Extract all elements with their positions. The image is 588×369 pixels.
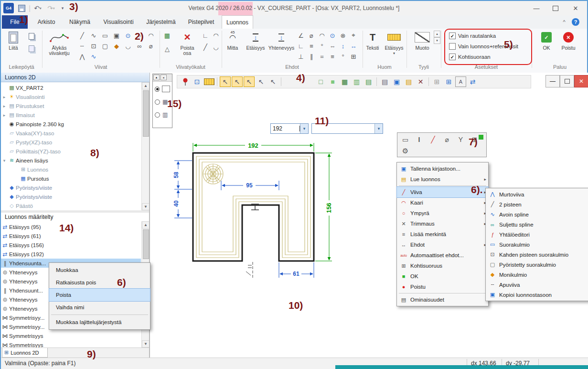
doc-close-icon[interactable]: ✕ [574,75,588,87]
menu-item-kaari[interactable]: ◠Kaari▸ [397,197,488,208]
center-rectangle-tool-icon[interactable]: ▣ [112,31,121,40]
polygon-tool-icon[interactable]: ◆ [112,41,121,51]
menu-item-ok[interactable]: ■OK [397,271,488,282]
diameter-constraint-icon[interactable]: ⌀ [307,31,316,40]
circle-tool-icon[interactable]: ⌀ [441,134,452,145]
measure-button[interactable]: ◠45 Mitta [223,31,243,51]
ruler-icon[interactable] [203,76,214,87]
spline-tool-icon[interactable]: ∿ [89,31,98,40]
coincidence-button[interactable]: ↕ Yhtenevyys [268,31,294,51]
chevron-right-icon[interactable]: ▸ [1,104,8,109]
doc-restore-icon[interactable] [560,75,574,87]
submenu-item-apuviiva[interactable]: ╌Apuviiva [486,280,588,290]
dimension-note-button[interactable]: Etäisyys ▾ [383,31,405,56]
dim-top[interactable]: 192 [248,142,258,149]
fix-constraint-icon[interactable]: ⊗ [338,31,348,40]
auxline-tool-icon[interactable]: ╌ [77,41,87,51]
scroll-up-icon[interactable]: ▲ [142,82,150,89]
corner-constraint-icon[interactable]: ∟ [296,41,306,51]
equal-size-constraint-icon[interactable]: = [317,52,327,61]
view-shaded-icon[interactable]: ■ [327,76,338,87]
arc2-tool-icon[interactable]: ◡ [123,41,133,51]
list-item[interactable]: ⇄Etäisyys (95) [1,222,141,231]
list-item[interactable]: ⇄Etäisyys (156) [1,240,141,250]
radio-icon[interactable] [155,112,160,118]
menu-item-vaihda-nimi[interactable]: Vaihda nimi [49,301,150,314]
submenu-item-kahden-pisteen-suorakulmio[interactable]: ⊡Kahden pisteen suorakulmio [486,250,588,260]
text-button[interactable]: T Teksti [364,31,381,51]
list-item[interactable]: ⇄Etäisyys (61) [1,231,141,240]
horizontal-constraint-icon[interactable]: ↔ [349,41,358,51]
scroll-down-icon[interactable]: ▼ [142,340,150,347]
list-item[interactable]: ⇄Etäisyys (192) [1,250,141,259]
copy-special-icon[interactable] [27,44,36,54]
snap-edge-icon[interactable]: ↖ [244,76,255,87]
perpendicular-constraint-icon[interactable]: ⊥ [296,52,306,61]
vertical-constraint-icon[interactable]: ↕ [338,41,348,51]
closed-spline-tool-icon[interactable]: ∞ [135,41,144,51]
pick-area-icon[interactable]: ↖ [267,76,278,87]
submenu-item-yhtaloeditori[interactable]: ƒYhtälöeditori [486,229,588,239]
undo-button[interactable]: ↶▾ [32,3,43,13]
equal-constraint-icon[interactable]: ≡ [307,41,316,51]
line-tool-icon[interactable]: ╱ [428,134,438,145]
tree-scrollbar-thumb[interactable] [143,90,149,137]
smart-linechain-button[interactable]: Älykäs viivaketju [44,31,75,56]
tree-item-aineen-lisays[interactable]: ▾≋Aineen lisäys [1,156,141,165]
tree-item-visualisointi[interactable]: ▸☀Visualisointi [1,92,141,101]
radio-selected-icon[interactable] [155,87,160,92]
dimension-tool-icon[interactable]: ▭ [400,134,411,145]
chevron-right-icon[interactable]: ▸ [1,95,8,99]
help-button[interactable]: ? [572,18,579,26]
menu-item-automaattiset-ehdot[interactable]: autoAutomaattiset ehdot... [397,250,488,260]
delete-icon[interactable]: ✕ [415,76,426,87]
submenu-item-avoin-spline[interactable]: ∿Avoin spline [486,209,588,219]
maximize-button[interactable] [546,1,565,15]
center-circle-tool-icon[interactable]: ⊙ [123,31,133,40]
menu-item-lisaa-merkinta[interactable]: ≡Lisää merkintä [397,229,488,239]
tab-arkisto[interactable]: Arkisto [31,15,62,29]
undo-dropdown-icon[interactable]: ▾ [40,6,42,11]
target-constraint-icon[interactable]: ⌖ [349,31,358,40]
collapse-ribbon-button[interactable]: ^ [560,18,568,26]
tree-item-pursotus[interactable]: ▦Pursotus [1,174,150,183]
pin-icon[interactable] [180,76,191,87]
checkbox-perpendicular[interactable]: ✓ Kohtisuoraan [449,54,491,60]
extend-tool-icon[interactable]: ╱ [201,42,210,52]
quick-access-more-button[interactable]: ▾ [59,3,66,13]
line-tool-icon[interactable]: ╱ [77,31,87,40]
angle-constraint-icon[interactable]: ∠ [296,31,306,40]
close-button[interactable]: ✕ [566,1,585,15]
dim-left-upper[interactable]: 58 [173,172,180,178]
shape-style-button[interactable]: Muoto [410,31,435,51]
combo-dropdown-icon[interactable]: ▾ [374,124,383,133]
save-button[interactable] [17,3,26,13]
view-wireframe-icon[interactable]: □ [315,76,326,87]
dimension-value-combo[interactable]: 192 ▾ [270,123,309,134]
concentric-constraint-icon[interactable]: ⊙ [328,31,337,40]
swap-view-icon[interactable]: ⇄ [467,76,478,87]
menu-item-ympyra[interactable]: ○Ympyrä▸ [397,208,488,218]
copy-view-icon[interactable]: ▣ [391,76,402,87]
tab-nakyma[interactable]: Näkymä [64,15,96,29]
grid-toggle-icon[interactable]: ⊞ [431,76,442,87]
tree-item-painopiste[interactable]: ◉Painopiste 2.360 kg [1,119,141,129]
doc-minimize-icon[interactable]: — [545,75,560,87]
dim-right[interactable]: 156 [325,203,332,213]
checkbox-sketch-refs[interactable]: Vain luonnos+referenssit [449,43,518,50]
parallel-constraint-icon[interactable]: ∥ [307,52,316,61]
submenu-item-monikulmio[interactable]: ◆Monikulmio [486,270,588,280]
pick-icon[interactable]: ↖ [256,76,267,87]
copy-icon[interactable] [27,32,36,41]
circle-tool-icon[interactable]: ○ [135,31,144,40]
tree-item-poikittais-taso[interactable]: ▱Poikittais(YZ)-taso [1,147,141,156]
tab-luonnos-2d[interactable]: ⊞ Luonnos 2D [2,348,48,358]
ibeam-tool-icon[interactable]: I [414,134,425,145]
layers-icon[interactable]: ▤ [403,76,414,87]
diameter-tool-icon[interactable]: ⌀ [146,41,156,51]
dim-left-lower[interactable]: 40 [173,200,180,207]
add-frame-icon[interactable]: ⊞ [443,76,454,87]
snap-point-icon[interactable]: ↖ [220,76,231,87]
radio-icon[interactable] [155,99,160,105]
combo-dropdown-icon[interactable]: ▾ [300,124,308,133]
